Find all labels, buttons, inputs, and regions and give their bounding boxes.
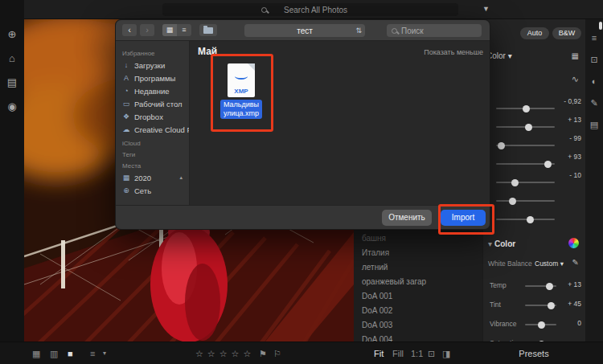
slider-row: Saturation xyxy=(483,334,585,342)
slider-track[interactable] xyxy=(496,182,555,183)
sidebar-section-label: Избранное xyxy=(122,50,183,57)
back-button[interactable]: ‹ xyxy=(122,24,137,36)
list-item[interactable]: DoA 001 xyxy=(362,289,482,304)
slider-track[interactable] xyxy=(525,305,556,306)
eject-icon[interactable]: ▴ xyxy=(179,174,183,181)
sidebar-item-2020[interactable]: ▦ 2020 ▴ xyxy=(122,171,183,184)
home-icon[interactable]: ⌂ xyxy=(9,53,15,63)
slider-knob[interactable] xyxy=(548,302,555,309)
profile-selector[interactable]: Color ▾ xyxy=(486,51,579,60)
people-icon[interactable]: ◉ xyxy=(7,101,16,112)
slider-track[interactable] xyxy=(496,163,555,165)
slider-knob[interactable] xyxy=(546,283,553,290)
sort-chevron-icon[interactable]: ▾ xyxy=(103,342,106,364)
file-name-label: Мальдивы улица.xmp xyxy=(220,100,262,119)
color-section-header[interactable]: ▾Color xyxy=(488,239,515,248)
sidebar-item-dropbox[interactable]: ❖ Dropbox xyxy=(122,110,183,123)
slider-track[interactable] xyxy=(496,126,555,128)
slider-knob[interactable] xyxy=(538,321,545,329)
grid-view-icon[interactable]: ▦ xyxy=(32,342,40,364)
slider-track[interactable] xyxy=(525,324,556,325)
slider-knob[interactable] xyxy=(511,179,519,186)
forward-button[interactable]: › xyxy=(140,24,154,36)
library-icon[interactable]: ▤ xyxy=(7,77,17,88)
sidebar-item-creative-cloud[interactable]: ☁ Creative Cloud Files xyxy=(122,123,183,136)
sidebar-section-label[interactable]: Теги xyxy=(122,151,183,158)
panel-toggle-icon[interactable]: ◨ xyxy=(442,342,450,364)
auto-button[interactable]: Auto xyxy=(520,27,549,39)
add-photos-icon[interactable]: ⊕ xyxy=(8,29,17,39)
list-item[interactable]: DoA 004 xyxy=(362,333,482,342)
flag-reject-icon[interactable]: ⚐ xyxy=(273,342,281,364)
slider-knob[interactable] xyxy=(498,142,505,149)
search-icon xyxy=(392,28,397,34)
sidebar-item-recents[interactable]: ◔ Недавние xyxy=(122,84,183,97)
brush-icon[interactable]: ✎ xyxy=(590,99,597,108)
white-balance-select[interactable]: Custom ▾ xyxy=(535,260,564,268)
slider-track[interactable] xyxy=(496,219,555,220)
sidebar-item-desktop[interactable]: ▭ Рабочий стол xyxy=(122,97,183,110)
sidebar-item-downloads[interactable]: ↓ Загрузки xyxy=(122,59,183,72)
sidebar-item-network[interactable]: ⊕ Сеть xyxy=(122,184,183,197)
zoom-fill-button[interactable]: Fill xyxy=(392,342,404,364)
slider-track[interactable] xyxy=(496,145,555,146)
color-wheel-icon[interactable] xyxy=(568,238,579,248)
icon-view-icon[interactable]: ▦ xyxy=(162,24,177,36)
sidebar-section-label[interactable]: Места xyxy=(122,162,183,170)
group-button[interactable] xyxy=(199,24,217,36)
filter-icon[interactable]: ▼ xyxy=(482,5,490,13)
slider-knob[interactable] xyxy=(527,216,534,223)
edit-sliders-icon[interactable]: ≡ xyxy=(592,34,597,43)
slider-knob[interactable] xyxy=(525,124,532,131)
flag-pick-icon[interactable]: ⚑ xyxy=(259,342,267,364)
list-item[interactable]: оранжевый загар xyxy=(362,275,482,289)
slider-track[interactable] xyxy=(496,200,555,202)
profile-browser-icon[interactable]: ▦ xyxy=(572,51,579,60)
presets-button[interactable]: Presets xyxy=(482,342,585,364)
list-item[interactable]: DoA 003 xyxy=(362,318,482,333)
clock-icon: ◔ xyxy=(122,87,130,95)
slider-knob[interactable] xyxy=(523,105,530,112)
import-button[interactable]: Import xyxy=(441,210,486,226)
healing-icon[interactable]: ◐ xyxy=(592,77,597,86)
list-view-icon[interactable]: ≡ xyxy=(177,24,191,36)
sidebar-item-label: Недавние xyxy=(134,87,170,96)
list-item[interactable]: Италия xyxy=(362,246,482,260)
file-name-line2: улица.xmp xyxy=(224,109,259,118)
list-item[interactable]: летний xyxy=(362,260,482,275)
slider-track[interactable] xyxy=(496,108,555,109)
dialog-body: Избранное ↓ Загрузки A Программы ◔ Недав… xyxy=(116,41,490,207)
zoom-grid-icon[interactable]: ⊡ xyxy=(428,342,435,364)
show-less-link[interactable]: Показать меньше xyxy=(424,48,483,56)
star-rating[interactable]: ☆☆☆☆☆ xyxy=(195,342,255,364)
chevron-down-icon: ▾ xyxy=(508,51,512,60)
file-item[interactable]: XMP Мальдивы улица.xmp xyxy=(215,63,267,119)
eyedropper-icon[interactable]: ✎ xyxy=(572,258,579,267)
single-view-icon[interactable]: ■ xyxy=(68,342,73,364)
zoom-1-1-button[interactable]: 1:1 xyxy=(411,342,423,364)
cancel-button[interactable]: Отменить xyxy=(382,210,432,226)
detail-view-icon[interactable]: ▥ xyxy=(50,342,58,364)
tone-curve-icon[interactable]: ∿ xyxy=(572,74,579,84)
network-icon: ⊕ xyxy=(122,186,130,194)
dialog-search-input[interactable] xyxy=(401,27,474,35)
dialog-search-field[interactable] xyxy=(387,24,482,37)
slider-row: Vibrance 0 xyxy=(483,315,585,334)
list-item[interactable]: DoA 002 xyxy=(362,304,482,318)
sidebar-item-applications[interactable]: A Программы xyxy=(122,72,183,84)
presets-icon[interactable]: ▤ xyxy=(590,121,598,129)
zoom-fit-button[interactable]: Fit xyxy=(374,342,384,364)
sidebar-section-label[interactable]: iCloud xyxy=(122,140,183,147)
search-input[interactable] xyxy=(272,6,360,14)
slider-track[interactable] xyxy=(525,285,556,287)
global-search-field[interactable] xyxy=(162,3,458,16)
crop-icon[interactable]: ⊡ xyxy=(590,55,597,64)
scrollbar-thumb[interactable] xyxy=(599,22,602,30)
folder-select[interactable]: тест ⇅ xyxy=(244,24,365,37)
bw-button[interactable]: B&W xyxy=(552,27,581,39)
slider-knob[interactable] xyxy=(544,161,552,168)
sort-icon[interactable]: ≡ xyxy=(90,342,95,364)
list-item[interactable]: башня xyxy=(362,231,482,246)
slider-knob[interactable] xyxy=(509,198,516,205)
edit-panel: Auto B&W Color ▾ ▦ ∿ - 0,92 + 13 - 99 + … xyxy=(482,19,585,342)
